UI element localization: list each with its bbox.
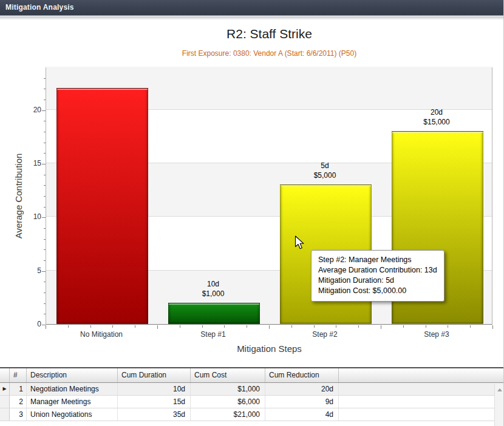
bar-value-label: 10d $1,000 [165,279,262,299]
y-minor-tick [44,249,46,250]
cell-number: 3 [10,408,27,421]
up-arrow-icon [497,388,502,391]
tooltip-line: Mitigation Duration: 5d [318,276,437,286]
y-major-tick [42,217,46,218]
x-major-tick [269,325,270,329]
y-tick-label: 20 [23,106,41,114]
chart-region: R2: Staff Strike First Exposure: 0380: V… [0,0,504,367]
tooltip-line: Step #2: Manager Meetings [318,255,437,265]
x-major-tick [381,325,381,329]
y-minor-tick [44,196,46,197]
cell-cum-reduction: 9d [265,396,339,408]
x-minor-tick [336,325,336,328]
y-tick-label: 10 [23,212,41,221]
cell-description: Negotiation Meetings [27,383,118,395]
y-minor-tick [44,282,46,282]
x-minor-tick [180,325,180,328]
mouse-cursor [295,235,305,251]
x-minor-tick [68,325,69,328]
x-minor-tick [426,325,426,328]
row-selector[interactable] [0,408,10,421]
x-major-tick [46,325,46,329]
header-row-selector [0,368,10,382]
x-minor-tick [358,325,359,328]
cell-cum-duration: 15d [118,396,191,408]
y-minor-tick [44,143,46,143]
chart-tooltip: Step #2: Manager MeetingsAverage Duratio… [311,250,444,302]
cell-number: 1 [10,383,27,395]
y-minor-tick [44,303,46,304]
y-major-tick [42,110,46,111]
y-major-tick [42,164,46,164]
cell-number: 2 [10,396,27,408]
table-row[interactable]: ▶1Negotiation Meetings10d$1,00020d [0,383,504,396]
cell-cum-duration: 35d [118,408,191,421]
cell-filler [339,383,504,395]
column-header[interactable]: # [10,368,27,382]
cell-description: Manager Meetings [27,396,118,408]
y-minor-tick [44,260,46,261]
y-minor-tick [44,185,46,186]
x-minor-tick [470,325,471,328]
y-minor-tick [44,78,46,79]
y-minor-tick [44,292,46,293]
cell-filler [339,396,504,408]
row-selector[interactable] [0,396,10,408]
column-header[interactable]: Description [27,368,118,382]
header-filler [339,368,504,382]
x-minor-tick [135,325,135,328]
table-row[interactable]: 3Union Negotiations35d$21,0004d [0,408,504,421]
y-minor-tick [44,100,46,100]
x-category-label: Step #3 [388,330,485,339]
x-minor-tick [291,325,292,328]
y-minor-tick [44,132,46,132]
y-minor-tick [44,89,46,89]
x-minor-tick [90,325,91,328]
y-tick-label: 15 [23,159,41,167]
y-minor-tick [44,175,46,175]
x-minor-tick [112,325,113,328]
table-header-row: #DescriptionCum DurationCum CostCum Redu… [0,368,504,383]
current-row-marker-icon[interactable]: ▶ [0,383,10,395]
x-major-tick [492,325,493,329]
bar-value-label: 20d $15,000 [388,107,485,127]
mitigation-table: #DescriptionCum DurationCum CostCum Redu… [0,367,504,426]
column-header[interactable]: Cum Cost [191,368,265,382]
x-minor-tick [202,325,203,328]
column-header[interactable]: Cum Reduction [265,368,339,382]
bar-value-label: 5d $5,000 [276,161,373,180]
chart-bar[interactable] [168,303,260,324]
y-axis-title: Average Contribution [13,138,26,254]
table-row[interactable]: 2Manager Meetings15d$6,0009d [0,396,504,408]
column-header[interactable]: Cum Duration [118,368,191,382]
cell-cum-duration: 10d [118,383,191,395]
scroll-up-button[interactable] [495,385,504,394]
y-minor-tick [44,121,46,121]
cell-cum-cost: $6,000 [191,396,265,408]
chart-subtitle: First Exposure: 0380: Vendor A (Start: 6… [46,49,493,58]
cell-cum-reduction: 4d [265,408,339,421]
y-tick-label: 5 [23,266,41,275]
cell-cum-cost: $21,000 [191,408,265,421]
y-minor-tick [44,153,46,154]
cell-cum-reduction: 20d [265,383,339,395]
x-minor-tick [448,325,448,328]
y-minor-tick [44,314,46,314]
x-major-tick [157,325,158,329]
y-major-tick [42,271,46,272]
cell-filler [339,408,504,421]
y-minor-tick [44,228,46,229]
cell-description: Union Negotiations [27,408,118,421]
x-axis-title: Mitigation Steps [46,343,493,354]
y-tick-label: 0 [23,320,41,328]
table-scrollbar[interactable] [494,384,504,426]
chart-bar[interactable] [56,88,148,324]
cell-cum-cost: $1,000 [191,383,265,395]
tooltip-line: Mitigation Cost: $5,000.00 [318,286,437,296]
mitigation-analysis-window: Mitigation Analysis R2: Staff Strike Fir… [0,0,504,426]
x-minor-tick [224,325,225,328]
x-minor-tick [403,325,404,328]
chart-title: R2: Staff Strike [46,27,493,41]
x-minor-tick [314,325,315,328]
x-category-label: Step #1 [165,330,262,339]
